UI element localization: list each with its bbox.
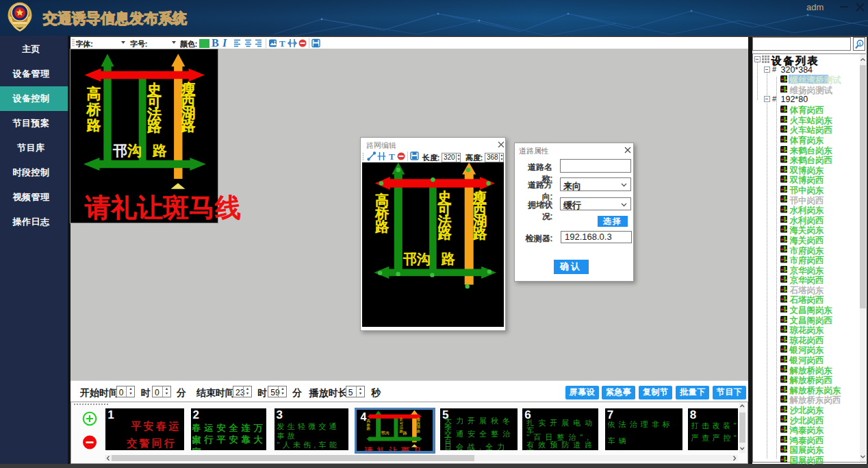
svg-text:$: $ (859, 41, 862, 45)
svg-text:T: T (279, 38, 285, 48)
svg-text:T: T (389, 151, 395, 162)
